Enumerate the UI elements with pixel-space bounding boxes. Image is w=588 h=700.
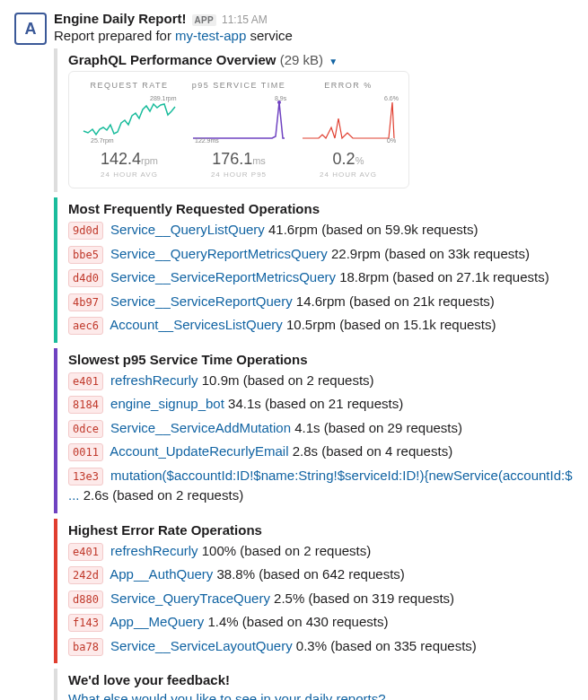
operation-hash: 13e3: [68, 468, 103, 486]
operation-link[interactable]: Service__QueryReportMetricsQuery: [110, 246, 328, 261]
operation-meta: 4.1s (based on 29 requests): [291, 420, 462, 435]
svg-text:122.9ms: 122.9ms: [195, 137, 219, 144]
operation-row: bbe5 Service__QueryReportMetricsQuery 22…: [68, 244, 574, 265]
operation-meta: 10.9m (based on 2 requests): [198, 372, 374, 388]
operation-hash: d880: [68, 591, 103, 608]
operation-link[interactable]: Service__QueryListQuery: [110, 222, 265, 237]
operation-meta: 34.1s (based on 21 requests): [224, 396, 403, 411]
operation-meta: 38.8% (based on 642 requests): [213, 566, 404, 582]
operation-row: 4b97 Service__ServiceReportQuery 14.6rpm…: [68, 292, 574, 312]
operation-row: ba78 Service__ServiceLayoutQuery 0.3% (b…: [68, 636, 574, 657]
overview-title: GraphQL Performance Overview: [68, 52, 276, 67]
avatar: A: [14, 13, 47, 45]
operation-meta: 10.5rpm (based on 15.1k requests): [283, 317, 496, 332]
operation-row: aec6 Account__ServicesListQuery 10.5rpm …: [68, 315, 574, 336]
sender-name: Engine Daily Report!: [54, 11, 187, 26]
operation-link[interactable]: engine_signup_bot: [110, 396, 224, 411]
app-badge: APP: [192, 14, 216, 26]
operation-hash: aec6: [68, 317, 103, 335]
section-title: Slowest p95 Service Time Operations: [68, 352, 574, 367]
chart-error: ERROR % 6.6% 0% 0.2% 24 HOUR AVG: [295, 81, 401, 179]
section-title: Highest Error Rate Operations: [68, 522, 574, 538]
chart-request-rate: REQUEST RATE 289.1rpm 25.7rpm 142.4rpm 2…: [76, 81, 182, 179]
operation-meta: 2.5% (based on 319 requests): [270, 591, 454, 606]
overview-title-row[interactable]: GraphQL Performance Overview (29 kB) ▼: [68, 52, 574, 67]
svg-text:6.6%: 6.6%: [384, 95, 399, 101]
operation-hash: f143: [68, 614, 103, 632]
operation-link[interactable]: Account_UpdateRecurlyEmail: [110, 443, 288, 459]
operation-row: 9d0d Service__QueryListQuery 41.6rpm (ba…: [68, 220, 574, 241]
operation-hash: 242d: [68, 566, 103, 584]
operation-meta: 41.6rpm (based on 59.9k requests): [265, 222, 478, 237]
operation-meta: 0.3% (based on 335 requests): [293, 638, 477, 653]
service-link[interactable]: my-test-app: [175, 28, 246, 43]
operation-link[interactable]: App__MeQuery: [110, 614, 204, 629]
svg-point-3: [277, 101, 281, 104]
operation-meta: 100% (based on 2 requests): [198, 543, 372, 558]
operation-link[interactable]: Service__ServiceReportQuery: [110, 293, 293, 309]
feedback-link[interactable]: What else would you like to see in your …: [68, 691, 386, 700]
operations-section: Most Frequently Requested Operations9d0d…: [54, 197, 574, 343]
operation-link[interactable]: Service__ServiceAddMutation: [110, 420, 291, 435]
section-title: Most Frequently Requested Operations: [68, 201, 574, 216]
operation-row: e401 refreshRecurly 100% (based on 2 req…: [68, 541, 574, 562]
operation-link[interactable]: App__AuthQuery: [110, 566, 213, 582]
svg-text:8.9s: 8.9s: [275, 95, 287, 101]
operation-meta: 2.8s (based on 4 requests): [289, 443, 453, 459]
message: A Engine Daily Report! APP 11:15 AM Repo…: [14, 11, 574, 700]
svg-text:0%: 0%: [387, 137, 396, 144]
operation-hash: 0dce: [68, 420, 103, 438]
operation-link[interactable]: refreshRecurly: [110, 543, 198, 558]
subtitle: Report prepared for my-test-app service: [54, 28, 574, 43]
caret-down-icon: ▼: [329, 57, 338, 66]
operation-link[interactable]: Service__ServiceReportMetricsQuery: [110, 269, 336, 284]
operation-hash: 8184: [68, 396, 103, 414]
chart-card: REQUEST RATE 289.1rpm 25.7rpm 142.4rpm 2…: [68, 71, 409, 188]
operations-section: Slowest p95 Service Time Operationse401 …: [54, 348, 574, 513]
operation-row: d880 Service_QueryTraceQuery 2.5% (based…: [68, 589, 574, 609]
operation-meta: 18.8rpm (based on 27.1k requests): [336, 269, 549, 284]
operation-row: 8184 engine_signup_bot 34.1s (based on 2…: [68, 394, 574, 415]
feedback-attachment: We'd love your feedback! What else would…: [54, 669, 574, 700]
chart-p95: p95 SERVICE TIME 8.9s 122.9ms 176.1ms 24…: [186, 81, 292, 179]
message-header: Engine Daily Report! APP 11:15 AM: [54, 11, 574, 26]
operation-hash: 9d0d: [68, 222, 103, 240]
operation-row: 0011 Account_UpdateRecurlyEmail 2.8s (ba…: [68, 442, 574, 462]
operation-hash: 4b97: [68, 293, 103, 311]
operation-link[interactable]: Account__ServicesListQuery: [110, 317, 283, 332]
operation-row: 0dce Service__ServiceAddMutation 4.1s (b…: [68, 418, 574, 439]
operation-hash: e401: [68, 543, 103, 561]
feedback-title: We'd love your feedback!: [68, 672, 574, 687]
operation-meta: 22.9rpm (based on 33k requests): [328, 246, 530, 261]
operation-link[interactable]: Service__ServiceLayoutQuery: [110, 638, 293, 653]
overview-size: (29 kB): [280, 52, 323, 67]
operation-row: e401 refreshRecurly 10.9m (based on 2 re…: [68, 371, 574, 391]
operation-meta: 14.6rpm (based on 21k requests): [293, 293, 495, 309]
operation-hash: 0011: [68, 443, 103, 461]
timestamp: 11:15 AM: [222, 13, 268, 26]
operation-meta: 2.6s (based on 2 requests): [80, 487, 244, 503]
operation-hash: d4d0: [68, 269, 103, 287]
svg-text:25.7rpm: 25.7rpm: [91, 137, 114, 144]
operation-row: f143 App__MeQuery 1.4% (based on 430 req…: [68, 612, 574, 633]
operations-section: Highest Error Rate Operationse401 refres…: [54, 519, 574, 664]
operation-hash: bbe5: [68, 246, 103, 264]
operation-hash: ba78: [68, 638, 103, 656]
svg-text:289.1rpm: 289.1rpm: [150, 95, 177, 102]
operation-link[interactable]: Service_QueryTraceQuery: [110, 591, 270, 606]
operation-hash: e401: [68, 372, 103, 390]
operation-link[interactable]: refreshRecurly: [110, 372, 198, 388]
operation-row: 242d App__AuthQuery 38.8% (based on 642 …: [68, 564, 574, 585]
operation-row: d4d0 Service__ServiceReportMetricsQuery …: [68, 267, 574, 288]
operation-row: 13e3 mutation($accountId:ID!$name:String…: [68, 466, 574, 506]
operation-meta: 1.4% (based on 430 requests): [204, 614, 388, 629]
overview-attachment: GraphQL Performance Overview (29 kB) ▼ R…: [54, 48, 574, 192]
